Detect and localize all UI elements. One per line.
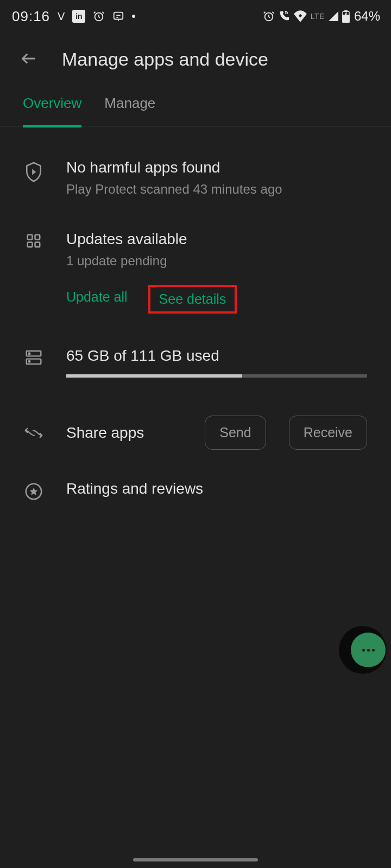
storage-progress-bar	[66, 374, 367, 378]
tab-overview[interactable]: Overview	[23, 95, 81, 127]
send-button[interactable]: Send	[205, 416, 266, 450]
fab-more-button[interactable]	[351, 633, 386, 667]
svg-rect-6	[28, 235, 33, 240]
app-bar: Manage apps and device	[0, 33, 391, 85]
svg-rect-4	[345, 10, 347, 11]
update-all-button[interactable]: Update all	[66, 285, 136, 314]
storage-progress-fill	[66, 374, 242, 378]
storage-label: 65 GB of 111 GB used	[66, 347, 367, 365]
svg-rect-9	[35, 242, 40, 247]
linkedin-icon: in	[72, 10, 85, 23]
tab-manage[interactable]: Manage	[104, 95, 155, 126]
status-time: 09:16	[12, 8, 50, 25]
play-protect-subtitle: Play Protect scanned 43 minutes ago	[66, 182, 367, 197]
ratings-reviews-label: Ratings and reviews	[66, 480, 367, 497]
fab-dot-icon	[372, 649, 375, 652]
status-right: LTE 64%	[263, 9, 380, 24]
shield-icon	[24, 161, 43, 183]
fab-dot-icon	[367, 649, 370, 652]
apps-grid-icon	[24, 233, 43, 249]
message-icon	[112, 10, 124, 22]
back-arrow-icon[interactable]	[20, 49, 38, 70]
storage-icon	[24, 349, 43, 366]
lte-indicator: LTE	[311, 12, 325, 21]
alarm-icon	[93, 10, 105, 22]
updates-row: Updates available 1 update pending Updat…	[24, 231, 367, 314]
alarm-icon	[263, 10, 275, 22]
status-v-indicator: V	[58, 10, 65, 23]
ratings-reviews-row[interactable]: Ratings and reviews	[24, 480, 367, 503]
status-bar: 09:16 V in LTE 64%	[0, 0, 391, 33]
status-left: 09:16 V in	[12, 8, 135, 25]
share-apps-row: Share apps Send Receive	[24, 416, 367, 450]
share-icon	[24, 426, 43, 440]
play-protect-row[interactable]: No harmful apps found Play Protect scann…	[24, 159, 367, 197]
updates-subtitle: 1 update pending	[66, 253, 367, 269]
wifi-icon	[293, 10, 307, 22]
see-details-button[interactable]: See details	[148, 285, 237, 314]
wifi-calling-icon	[278, 10, 290, 22]
share-apps-label: Share apps	[66, 424, 182, 442]
more-notifications-icon	[132, 15, 135, 18]
svg-rect-7	[35, 235, 40, 240]
star-badge-icon	[24, 482, 43, 501]
content-area: No harmful apps found Play Protect scann…	[0, 126, 391, 503]
fab-dot-icon	[362, 649, 365, 652]
battery-icon	[342, 10, 350, 23]
svg-point-13	[29, 361, 30, 362]
battery-percentage: 64%	[354, 9, 380, 24]
updates-actions: Update all See details	[66, 285, 367, 314]
svg-rect-8	[28, 242, 33, 247]
tab-bar: Overview Manage	[0, 85, 391, 126]
navigation-handle[interactable]	[133, 858, 258, 861]
signal-icon	[328, 11, 339, 22]
updates-title: Updates available	[66, 231, 367, 248]
play-protect-title: No harmful apps found	[66, 159, 367, 176]
storage-row[interactable]: 65 GB of 111 GB used	[24, 347, 367, 378]
page-title: Manage apps and device	[62, 49, 268, 70]
receive-button[interactable]: Receive	[289, 416, 367, 450]
svg-point-12	[29, 353, 30, 354]
